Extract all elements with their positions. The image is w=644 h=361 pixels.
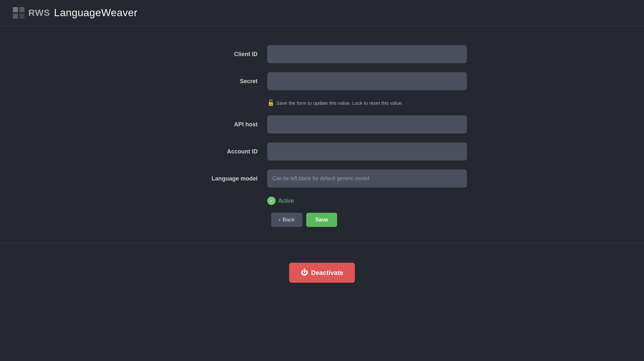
chevron-left-icon: ‹ [279, 217, 280, 223]
power-icon: ⏻ [301, 268, 308, 277]
status-label: Active [278, 198, 294, 204]
logo-area: RWS LanguageWeaver [13, 7, 137, 19]
client-id-label: Client ID [177, 51, 267, 58]
secret-input[interactable] [267, 72, 467, 90]
save-button[interactable]: Save [306, 213, 337, 227]
back-button[interactable]: ‹ Back [271, 213, 302, 227]
secret-label: Secret [177, 78, 267, 85]
status-badge: ✓ Active [267, 197, 294, 205]
language-model-input[interactable] [267, 170, 467, 188]
deactivate-button[interactable]: ⏻ Deactivate [289, 263, 355, 283]
deactivate-button-label: Deactivate [311, 269, 343, 277]
status-row: ✓ Active [177, 197, 467, 205]
secret-hint-text: Save the form to update this value. Lock… [276, 100, 403, 106]
form-buttons-row: ‹ Back Save [177, 213, 467, 227]
svg-rect-2 [13, 14, 18, 19]
api-host-label: API host [177, 121, 267, 128]
svg-rect-3 [19, 14, 24, 19]
api-host-input[interactable] [267, 115, 467, 133]
rws-logo-icon [13, 7, 24, 19]
app-header: RWS LanguageWeaver [0, 0, 644, 26]
form-container: Client ID Secret 🔓 Save the form to upda… [177, 45, 467, 227]
svg-rect-0 [13, 7, 18, 12]
client-id-input[interactable] [267, 45, 467, 63]
app-title: LanguageWeaver [54, 7, 137, 19]
back-button-label: Back [282, 217, 295, 223]
account-id-input[interactable] [267, 142, 467, 161]
rws-text: RWS [28, 8, 50, 18]
save-button-label: Save [315, 217, 328, 223]
account-id-label: Account ID [177, 148, 267, 155]
secret-hint-content: 🔓 Save the form to update this value. Lo… [267, 99, 403, 106]
language-model-row: Language model [177, 170, 467, 188]
client-id-row: Client ID [177, 45, 467, 63]
section-divider [0, 243, 644, 243]
api-host-row: API host [177, 115, 467, 133]
secret-row: Secret [177, 72, 467, 90]
language-model-label: Language model [177, 175, 267, 182]
active-check-icon: ✓ [267, 197, 276, 205]
svg-rect-1 [19, 7, 24, 12]
main-content: Client ID Secret 🔓 Save the form to upda… [0, 26, 644, 283]
lock-icon: 🔓 [267, 99, 274, 106]
deactivate-section: ⏻ Deactivate [289, 263, 355, 283]
account-id-row: Account ID [177, 142, 467, 161]
secret-hint-row: 🔓 Save the form to update this value. Lo… [177, 99, 467, 106]
